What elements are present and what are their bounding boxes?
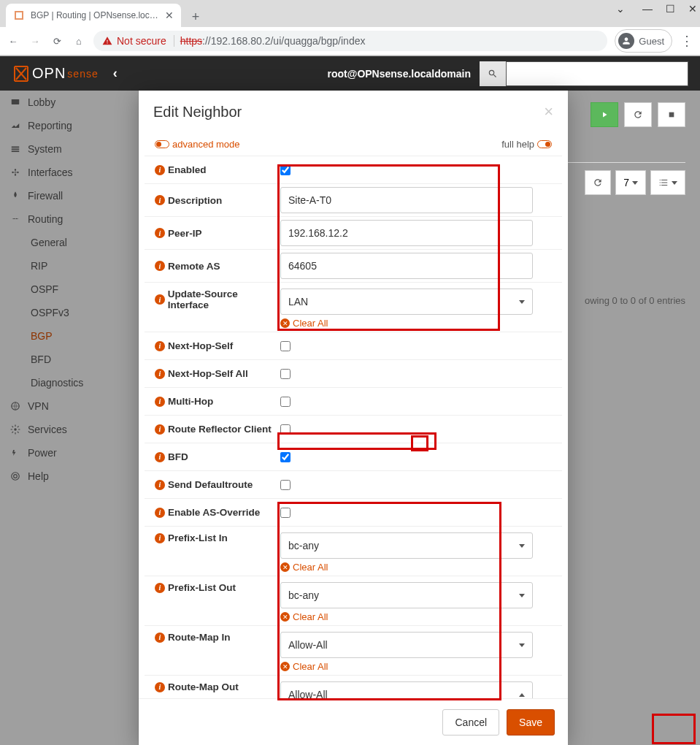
play-icon [600,110,609,119]
label-remoteas: Remote AS [168,261,220,272]
table-columns-button[interactable] [650,170,685,195]
chevron-down-icon [519,594,525,597]
info-icon[interactable]: i [155,424,165,435]
logo-icon [12,64,31,83]
tab-title: BGP | Routing | OPNsense.locald [31,10,159,20]
nexthopselfall-checkbox[interactable] [280,369,291,379]
clear-all-link[interactable]: ✕Clear All [280,661,328,672]
description-input[interactable] [280,187,533,213]
browser-menu-icon[interactable]: ⋮ [680,33,694,49]
browser-chrome: ⌄ — ☐ ✕ BGP | Routing | OPNsense.locald … [0,0,700,56]
info-icon[interactable]: i [155,508,165,518]
nav-forward-icon: → [28,36,42,47]
app-header: OPNsense ‹ root@OPNsense.localdomain [0,56,700,91]
avatar-icon [618,33,634,49]
new-tab-button[interactable]: + [185,7,206,27]
clear-all-link[interactable]: ✕Clear All [280,611,328,622]
info-icon[interactable]: i [155,369,165,379]
senddefault-checkbox[interactable] [280,480,291,490]
clear-all-link[interactable]: ✕Clear All [280,318,328,329]
info-icon[interactable]: i [155,452,165,462]
nav-reload-icon[interactable]: ⟳ [50,36,64,47]
header-back-icon[interactable]: ‹ [113,66,118,81]
modal-close-button[interactable]: × [544,102,553,121]
label-asoverride: Enable AS-Override [168,507,260,518]
prefixout-select[interactable]: bc-any [280,582,533,608]
label-nexthopself: Next-Hop-Self [168,340,233,351]
tab-close-icon[interactable]: ✕ [165,9,174,21]
window-dropdown-icon[interactable]: ⌄ [616,3,625,15]
remoteas-input[interactable] [280,253,533,279]
bfd-checkbox[interactable] [280,452,291,462]
nexthopself-checkbox[interactable] [280,341,291,351]
clear-icon: ✕ [280,562,290,572]
rrclient-checkbox[interactable] [280,424,291,435]
browser-tab[interactable]: BGP | Routing | OPNsense.locald ✕ [6,4,181,27]
info-icon[interactable]: i [155,682,165,692]
user-label: root@OPNsense.localdomain [328,68,471,80]
toggle-off-icon [537,140,552,148]
asoverride-checkbox[interactable] [280,508,291,518]
logo[interactable]: OPNsense [12,64,99,83]
prefixin-select[interactable]: bc-any [280,532,533,559]
toggle-off-icon [155,140,169,148]
info-icon[interactable]: i [155,583,165,593]
label-enabled: Enabled [168,164,207,175]
nav-home-icon[interactable]: ⌂ [72,36,86,47]
security-warning[interactable]: Not secure [102,35,174,47]
info-icon[interactable]: i [155,195,165,205]
info-icon[interactable]: i [155,165,165,175]
cancel-button[interactable]: Cancel [442,709,499,736]
info-icon[interactable]: i [155,228,165,238]
clear-icon: ✕ [280,318,290,328]
updatesrc-select[interactable]: LAN [280,289,533,315]
info-icon[interactable]: i [155,397,165,407]
search-input[interactable] [506,61,688,86]
full-help-toggle[interactable]: full help [501,139,552,150]
refresh-icon [593,177,603,188]
label-senddefault: Send Defaultroute [168,479,253,490]
clear-icon: ✕ [280,612,290,622]
chevron-down-icon [519,544,525,548]
service-restart-button[interactable] [624,102,652,127]
modal-title: Edit Neighbor [153,104,242,121]
info-icon[interactable]: i [155,480,165,490]
service-stop-button[interactable] [658,102,685,127]
chevron-down-icon [519,643,525,647]
peerip-input[interactable] [280,220,533,246]
label-bfd: BFD [168,451,188,462]
label-nexthopselfall: Next-Hop-Self All [168,368,248,379]
url-text: https://192.168.80.2/ui/quagga/bgp/index [180,35,366,47]
nav-back-icon[interactable]: ← [6,36,20,47]
label-prefixout: Prefix-List Out [168,582,236,593]
restart-icon [633,110,643,120]
info-icon[interactable]: i [155,633,165,643]
address-bar[interactable]: Not secure https://192.168.80.2/ui/quagg… [93,31,607,51]
label-multihop: Multi-Hop [168,396,213,407]
info-icon[interactable]: i [155,533,165,543]
window-maximize-icon[interactable]: ☐ [666,3,675,15]
info-icon[interactable]: i [155,294,165,305]
guest-profile-chip[interactable]: Guest [615,29,672,53]
save-button[interactable]: Save [507,709,555,736]
window-minimize-icon[interactable]: — [642,3,653,15]
svg-rect-14 [669,112,674,118]
enabled-checkbox[interactable] [280,165,291,175]
label-rmapout: Route-Map Out [168,681,239,692]
rmapin-select[interactable]: Allow-All [280,632,533,658]
multihop-checkbox[interactable] [280,397,291,407]
label-description: Description [168,195,222,206]
window-close-icon[interactable]: ✕ [688,3,697,15]
search-button[interactable] [480,61,506,86]
table-refresh-button[interactable] [585,170,611,195]
label-peerip: Peer-IP [168,228,202,239]
window-controls: ⌄ — ☐ ✕ [616,3,697,15]
service-start-button[interactable] [591,102,618,127]
table-pagesize-select[interactable]: 7 [615,170,646,195]
rmapout-select[interactable]: Allow-All [280,681,533,698]
stop-icon [668,111,675,118]
info-icon[interactable]: i [155,341,165,351]
advanced-mode-toggle[interactable]: advanced mode [155,139,240,150]
clear-all-link[interactable]: ✕Clear All [280,562,328,573]
info-icon[interactable]: i [155,261,165,271]
